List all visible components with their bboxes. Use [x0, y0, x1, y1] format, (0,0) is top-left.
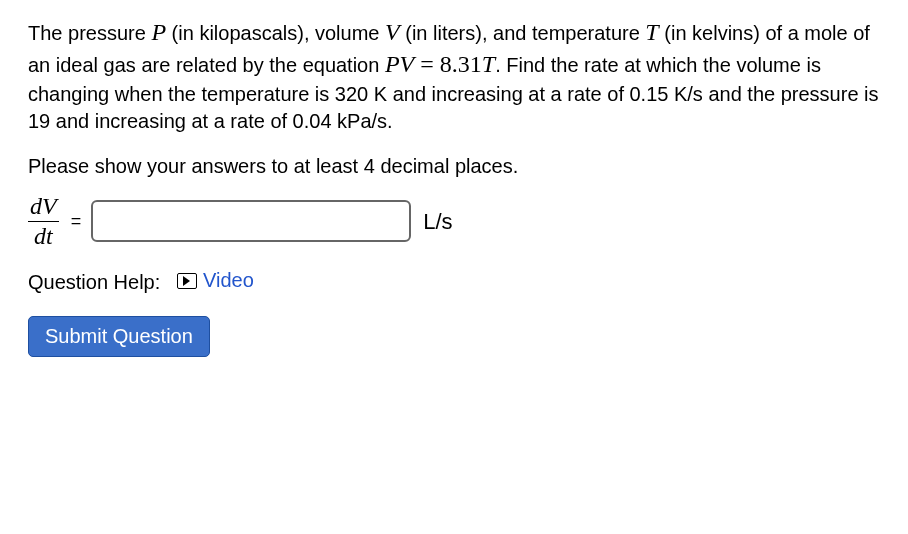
instructions-text: Please show your answers to at least 4 d… — [28, 153, 880, 180]
video-link-label: Video — [203, 267, 254, 294]
question-help-label: Question Help: — [28, 271, 160, 293]
equation-eq: = — [414, 51, 440, 77]
equation-t: T — [482, 51, 495, 77]
derivative-fraction: dV dt — [28, 194, 59, 249]
text: (in kilopascals), volume — [166, 22, 385, 44]
question-help-row: Question Help: Video — [28, 267, 880, 296]
text: (in liters), and temperature — [400, 22, 646, 44]
submit-question-button[interactable]: Submit Question — [28, 316, 210, 357]
var-v: V — [385, 19, 400, 45]
problem-statement: The pressure P (in kilopascals), volume … — [28, 16, 880, 135]
fraction-numerator: dV — [28, 194, 59, 222]
answer-row: dV dt = L/s — [28, 194, 880, 249]
unit-label: L/s — [423, 207, 452, 237]
equals-sign: = — [71, 209, 82, 233]
video-help-link[interactable]: Video — [177, 267, 254, 294]
equation-const: 8.31 — [440, 51, 482, 77]
var-t: T — [645, 19, 658, 45]
equation-lhs: PV — [385, 51, 414, 77]
video-icon — [177, 273, 197, 289]
var-p: P — [151, 19, 166, 45]
fraction-denominator: dt — [28, 222, 59, 249]
text: The pressure — [28, 22, 151, 44]
answer-input[interactable] — [91, 200, 411, 242]
